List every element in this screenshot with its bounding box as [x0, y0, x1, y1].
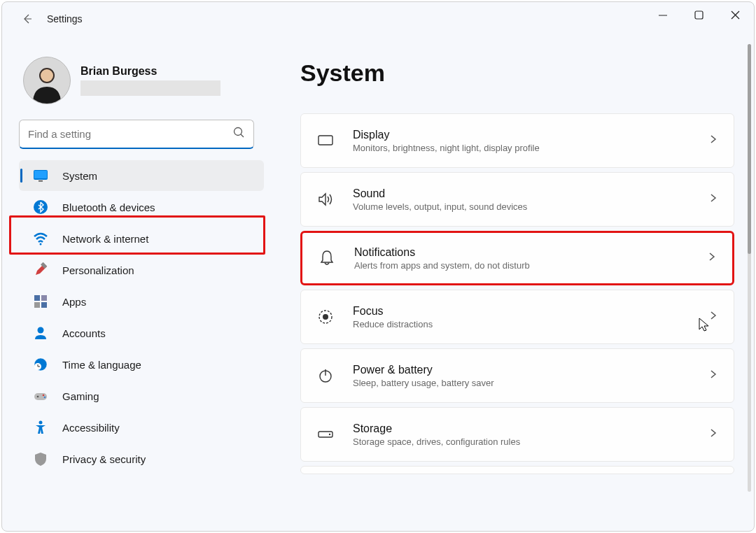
svg-point-5	[41, 69, 53, 82]
card-display[interactable]: Display Monitors, brightness, night ligh…	[300, 113, 734, 168]
svg-rect-10	[38, 180, 43, 182]
svg-point-26	[43, 395, 45, 397]
sidebar-item-label: Time & language	[62, 359, 141, 371]
sidebar-item-gaming[interactable]: Gaming	[19, 381, 264, 411]
avatar	[23, 57, 71, 104]
minimize-button[interactable]	[645, 2, 681, 29]
sidebar-item-label: Network & internet	[62, 233, 148, 245]
sidebar-item-label: Privacy & security	[62, 453, 146, 465]
storage-icon	[316, 425, 335, 443]
svg-rect-14	[34, 295, 40, 301]
person-icon	[33, 325, 48, 341]
chevron-right-icon	[708, 428, 718, 441]
page-title: System	[300, 59, 748, 87]
card-title: Focus	[353, 305, 690, 318]
card-notifications[interactable]: Notifications Alerts from apps and syste…	[300, 231, 734, 285]
card-title: Sound	[353, 187, 690, 200]
svg-rect-9	[34, 171, 47, 178]
shield-icon	[33, 451, 48, 467]
sidebar-item-personalization[interactable]: Personalization	[19, 255, 264, 285]
svg-point-18	[38, 327, 44, 334]
sidebar-item-label: Gaming	[62, 390, 99, 402]
svg-point-28	[39, 421, 43, 425]
search-icon	[233, 127, 245, 141]
card-subtitle: Storage space, drives, configuration rul…	[353, 436, 690, 447]
card-subtitle: Monitors, brightness, night light, displ…	[353, 143, 690, 153]
chevron-right-icon	[708, 134, 718, 147]
sidebar-item-time-language[interactable]: Time & language	[19, 349, 264, 380]
svg-rect-15	[41, 295, 47, 301]
sidebar-item-privacy[interactable]: Privacy & security	[19, 443, 264, 474]
card-power-battery[interactable]: Power & battery Sleep, battery usage, ba…	[300, 348, 734, 403]
scrollbar[interactable]	[748, 44, 751, 492]
gamepad-icon	[33, 388, 48, 404]
sidebar-item-accessibility[interactable]: Accessibility	[19, 412, 264, 443]
chevron-right-icon	[707, 252, 717, 264]
chevron-right-icon	[708, 193, 718, 206]
globe-clock-icon	[33, 357, 48, 372]
profile-email-redacted	[80, 80, 220, 96]
sidebar-item-label: System	[62, 170, 97, 182]
sidebar-item-label: Personalization	[62, 264, 134, 276]
sidebar-item-label: Bluetooth & devices	[62, 201, 155, 213]
profile-block[interactable]: Brian Burgess	[19, 57, 264, 104]
svg-line-7	[241, 134, 244, 137]
card-title: Notifications	[354, 246, 689, 259]
bell-icon	[318, 249, 336, 267]
svg-rect-1	[695, 11, 703, 19]
svg-rect-29	[318, 136, 332, 145]
card-storage[interactable]: Storage Storage space, drives, configura…	[300, 407, 734, 462]
sidebar-item-accounts[interactable]: Accounts	[19, 318, 264, 348]
sound-icon	[316, 190, 335, 208]
sidebar-item-label: Accessibility	[62, 422, 120, 434]
svg-rect-16	[34, 302, 40, 308]
back-button[interactable]	[20, 12, 34, 26]
maximize-button[interactable]	[681, 2, 718, 29]
chevron-right-icon	[708, 311, 718, 323]
svg-point-27	[44, 397, 46, 399]
card-subtitle: Volume levels, output, input, sound devi…	[353, 201, 690, 212]
profile-name: Brian Burgess	[80, 65, 220, 78]
svg-point-25	[37, 396, 39, 398]
sidebar-item-network[interactable]: Network & internet	[19, 223, 264, 254]
paintbrush-icon	[33, 262, 48, 278]
card-subtitle: Sleep, battery usage, battery saver	[353, 378, 690, 388]
apps-icon	[33, 294, 48, 309]
sidebar-item-label: Apps	[62, 296, 86, 308]
svg-point-12	[40, 243, 42, 246]
bluetooth-icon	[33, 199, 48, 215]
close-button[interactable]	[718, 2, 754, 29]
svg-point-6	[234, 128, 242, 136]
card-sound[interactable]: Sound Volume levels, output, input, soun…	[300, 172, 734, 227]
svg-rect-17	[41, 302, 47, 308]
sidebar-item-apps[interactable]: Apps	[19, 286, 264, 317]
focus-icon	[316, 308, 335, 326]
card-title: Power & battery	[353, 364, 690, 376]
search-input[interactable]	[28, 128, 233, 140]
card-subtitle: Alerts from apps and system, do not dist…	[354, 260, 689, 271]
sidebar-item-system[interactable]: System	[19, 160, 264, 191]
scrollbar-thumb[interactable]	[748, 44, 751, 254]
card-title: Display	[353, 129, 690, 141]
power-icon	[316, 367, 335, 385]
window-title: Settings	[47, 13, 83, 24]
wifi-icon	[33, 231, 48, 246]
chevron-right-icon	[708, 369, 718, 382]
card-partial[interactable]	[300, 466, 734, 474]
accessibility-icon	[33, 420, 48, 435]
svg-point-31	[323, 314, 328, 320]
card-focus[interactable]: Focus Reduce distractions	[300, 290, 734, 344]
svg-point-35	[329, 434, 330, 435]
sidebar-item-label: Accounts	[62, 327, 106, 339]
sidebar-item-bluetooth[interactable]: Bluetooth & devices	[19, 192, 264, 222]
card-title: Storage	[353, 422, 690, 435]
display-icon	[316, 132, 335, 150]
monitor-icon	[33, 168, 48, 183]
card-subtitle: Reduce distractions	[353, 319, 690, 329]
search-box[interactable]	[19, 120, 254, 149]
